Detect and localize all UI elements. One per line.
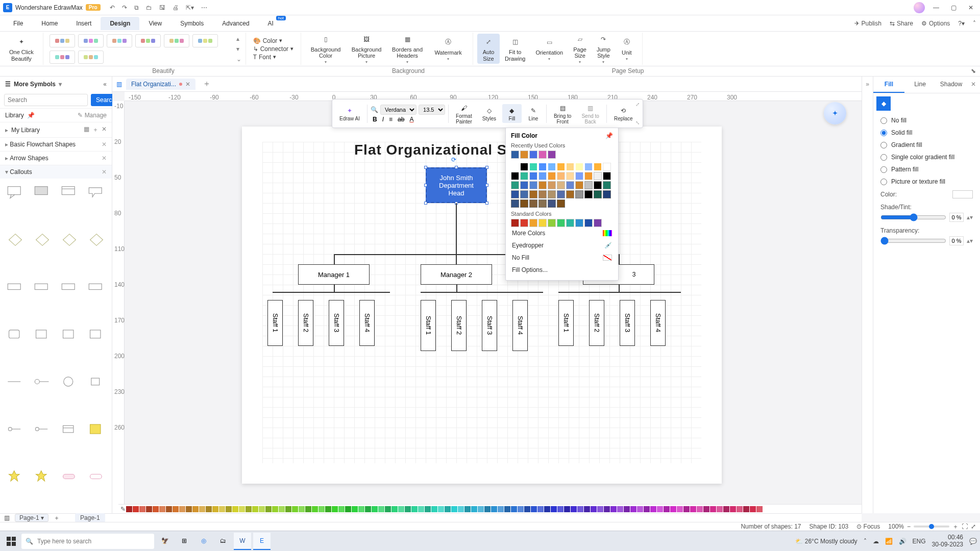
color-swatch[interactable] xyxy=(312,506,318,512)
color-swatch[interactable] xyxy=(325,506,331,512)
close-cat-icon[interactable]: ✕ xyxy=(102,155,107,162)
background-picture-button[interactable]: 🖼Background Picture▾ xyxy=(346,31,387,66)
color-swatch[interactable] xyxy=(332,506,338,512)
color-swatch[interactable] xyxy=(385,506,391,512)
color-swatch[interactable] xyxy=(584,219,593,227)
more-colors-option[interactable]: More Colors xyxy=(511,227,613,239)
color-swatch[interactable] xyxy=(575,181,583,189)
fill-option-picture[interactable]: Picture or texture fill xyxy=(880,178,973,185)
help-button[interactable]: ?▾ xyxy=(958,20,965,27)
color-swatch[interactable] xyxy=(677,506,683,512)
color-swatch[interactable] xyxy=(557,181,565,189)
org-manager-node[interactable]: Manager 1 xyxy=(298,264,370,285)
color-swatch[interactable] xyxy=(529,181,537,189)
tray-chevron-icon[interactable]: ˄ xyxy=(864,538,867,545)
color-swatch[interactable] xyxy=(391,506,398,512)
color-swatch[interactable] xyxy=(166,506,172,512)
one-click-beautify-button[interactable]: ✦ One Click Beautify xyxy=(4,34,39,63)
transparency-value[interactable]: 0 % xyxy=(949,236,964,245)
color-swatch[interactable] xyxy=(192,506,199,512)
replace-button[interactable]: ⟲Replace xyxy=(610,104,637,123)
callout-shape[interactable] xyxy=(59,325,81,344)
color-swatch[interactable] xyxy=(372,506,378,512)
zoom-slider[interactable] xyxy=(914,525,949,528)
system-clock[interactable]: 00:46 30-09-2023 xyxy=(932,534,963,547)
org-staff-node[interactable]: Staff 4 xyxy=(512,300,528,351)
color-swatch[interactable] xyxy=(538,181,547,189)
color-swatch[interactable] xyxy=(670,506,676,512)
color-swatch[interactable] xyxy=(743,506,749,512)
theme-color-button[interactable]: 🎨Color▾ xyxy=(253,37,293,44)
color-swatch[interactable] xyxy=(518,506,524,512)
orientation-button[interactable]: ▭Orientation▾ xyxy=(530,34,568,63)
color-swatch[interactable] xyxy=(591,506,597,512)
color-swatch[interactable] xyxy=(398,506,404,512)
color-picker-button[interactable] xyxy=(952,190,973,198)
callout-shape[interactable] xyxy=(59,183,81,202)
color-swatch[interactable] xyxy=(206,506,212,512)
color-swatch[interactable] xyxy=(239,506,245,512)
color-swatch[interactable] xyxy=(511,172,519,180)
start-button[interactable] xyxy=(3,533,19,549)
color-swatch[interactable] xyxy=(425,506,431,512)
org-staff-node[interactable]: Staff 3 xyxy=(620,300,635,346)
color-swatch[interactable] xyxy=(597,506,603,512)
color-swatch[interactable] xyxy=(548,172,556,180)
weather-widget[interactable]: ⛅ 26°C Mostly cloudy xyxy=(795,538,857,545)
color-swatch[interactable] xyxy=(232,506,238,512)
menu-symbols[interactable]: Symbols xyxy=(171,17,213,30)
org-staff-node[interactable]: Staff 2 xyxy=(451,300,467,351)
color-swatch[interactable] xyxy=(571,506,577,512)
callout-shape[interactable] xyxy=(86,325,108,344)
color-swatch[interactable] xyxy=(538,163,547,171)
taskbar-search[interactable]: 🔍 Type here to search xyxy=(21,534,154,549)
font-size-select[interactable]: 13.5 xyxy=(419,105,445,115)
color-swatch[interactable] xyxy=(617,506,623,512)
undo-icon[interactable]: ↶ xyxy=(110,4,115,11)
color-swatch[interactable] xyxy=(644,506,650,512)
color-swatch[interactable] xyxy=(529,172,537,180)
category-arrow-shapes[interactable]: ▸ Arrow Shapes✕ xyxy=(0,151,112,165)
bold-button[interactable]: B xyxy=(373,116,377,123)
color-swatch[interactable] xyxy=(557,172,565,180)
color-swatch[interactable] xyxy=(538,172,547,180)
color-swatch[interactable] xyxy=(259,506,265,512)
color-swatch[interactable] xyxy=(365,506,371,512)
color-swatch[interactable] xyxy=(584,506,590,512)
pagesetup-launcher-icon[interactable]: ⬊ xyxy=(971,67,976,74)
color-swatch[interactable] xyxy=(548,219,556,227)
color-swatch[interactable] xyxy=(431,506,437,512)
borders-headers-button[interactable]: ▦Borders and Headers▾ xyxy=(387,31,428,66)
minimize-button[interactable]: — xyxy=(930,2,942,14)
menu-file[interactable]: File xyxy=(4,17,32,30)
explorer-icon[interactable]: 🗂 xyxy=(214,533,232,550)
callout-shape[interactable] xyxy=(86,230,108,249)
open-icon[interactable]: 🗀 xyxy=(146,4,152,11)
page-layout-icon[interactable]: ▥ xyxy=(4,514,10,521)
maximize-button[interactable]: ▢ xyxy=(947,2,960,14)
color-swatch[interactable] xyxy=(548,190,556,198)
fill-option-pattern[interactable]: Pattern fill xyxy=(880,166,973,173)
color-swatch[interactable] xyxy=(730,506,736,512)
page-size-button[interactable]: ▱Page Size▾ xyxy=(568,31,592,66)
category-basic-flowchart[interactable]: ▸ Basic Flowchart Shapes✕ xyxy=(0,137,112,151)
menu-insert[interactable]: Insert xyxy=(67,17,101,30)
color-swatch[interactable] xyxy=(723,506,729,512)
color-swatch[interactable] xyxy=(139,506,145,512)
edrawmax-icon[interactable]: E xyxy=(253,533,271,550)
edraw-ai-button[interactable]: ✦Edraw AI xyxy=(335,104,364,123)
color-swatch[interactable] xyxy=(358,506,364,512)
color-swatch[interactable] xyxy=(529,163,537,171)
color-swatch[interactable] xyxy=(538,219,547,227)
page-selector[interactable]: Page-1 ▾ xyxy=(15,514,48,522)
color-swatch[interactable] xyxy=(575,190,583,198)
add-lib-button[interactable]: ▦ xyxy=(84,126,89,134)
publish-button[interactable]: ✈ Publish xyxy=(854,20,881,27)
jump-style-button[interactable]: ↷Jump Style▾ xyxy=(592,31,616,66)
no-fill-option[interactable]: No Fill xyxy=(511,252,613,264)
org-staff-node[interactable]: Staff 2 xyxy=(589,300,604,346)
color-swatch[interactable] xyxy=(538,151,547,159)
color-swatch[interactable] xyxy=(683,506,690,512)
color-swatch[interactable] xyxy=(566,181,574,189)
selection-handle[interactable] xyxy=(485,166,488,169)
